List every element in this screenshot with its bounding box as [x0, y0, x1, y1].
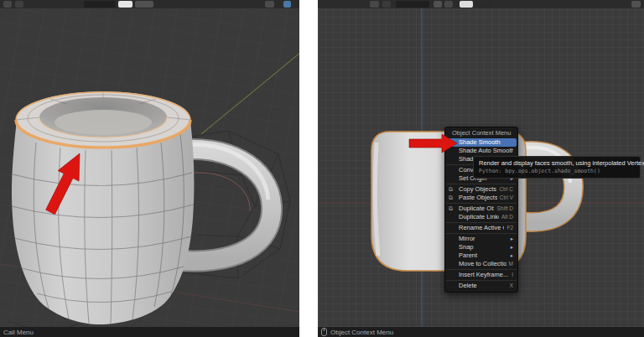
mouse-icon [321, 328, 327, 336]
right-status-bar: Object Context Menu [318, 327, 644, 337]
panel-divider [299, 0, 318, 337]
status-hint-text: Call Menu [3, 329, 34, 336]
left-viewport-panel: Call Menu [0, 0, 299, 337]
status-hint-text: Object Context Menu [330, 329, 393, 336]
screenshot-root: Call Menu [0, 0, 644, 337]
right-viewport-panel: Object Context Menu Shade Smooth Shade A… [318, 0, 644, 337]
red-arrow-annotation-right [318, 0, 644, 337]
red-arrow-annotation-left [0, 0, 299, 337]
left-status-bar: Call Menu [0, 327, 299, 337]
